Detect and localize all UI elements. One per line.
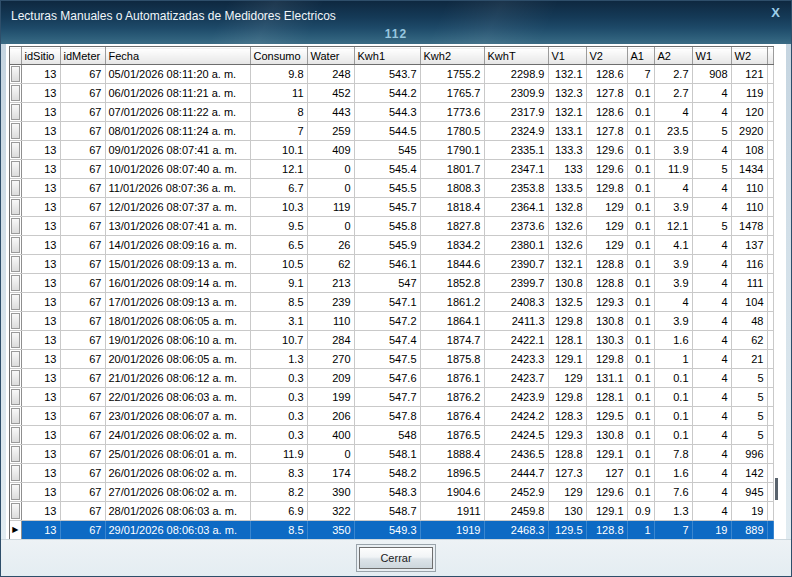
grid-cell[interactable]: 11/01/2026 08:07:36 a. m. xyxy=(105,179,250,198)
grid-cell[interactable]: 2373.6 xyxy=(484,217,548,236)
grid-cell[interactable]: 548.3 xyxy=(354,483,420,502)
grid-cell[interactable]: 2.7 xyxy=(654,65,692,84)
grid-cell[interactable]: 1808.3 xyxy=(420,179,484,198)
grid-cell[interactable]: 4 xyxy=(692,255,731,274)
table-row[interactable]: 136713/01/2026 08:07:41 a. m.9.50545.818… xyxy=(10,217,773,236)
grid-cell[interactable]: 4.1 xyxy=(654,236,692,255)
grid-cell[interactable]: 0 xyxy=(307,160,354,179)
grid-cell[interactable]: 24/01/2026 08:06:02 a. m. xyxy=(105,426,250,445)
grid-cell[interactable]: 132.6 xyxy=(548,236,586,255)
grid-cell[interactable]: 67 xyxy=(60,483,105,502)
grid-cell[interactable]: 4 xyxy=(692,331,731,350)
grid-cell[interactable]: 111 xyxy=(731,274,767,293)
table-row[interactable]: 136707/01/2026 08:11:22 a. m.8443544.317… xyxy=(10,103,773,122)
grid-cell[interactable]: 996 xyxy=(731,445,767,464)
grid-cell[interactable]: 1875.8 xyxy=(420,350,484,369)
table-row[interactable]: 136722/01/2026 08:06:03 a. m.0.3199547.7… xyxy=(10,388,773,407)
table-row[interactable]: 136719/01/2026 08:06:10 a. m.10.7284547.… xyxy=(10,331,773,350)
grid-cell[interactable]: 119 xyxy=(307,198,354,217)
grid-cell[interactable]: 5 xyxy=(731,407,767,426)
grid-cell[interactable]: 116 xyxy=(731,255,767,274)
column-header-w2[interactable]: W2 xyxy=(731,48,767,65)
grid-cell[interactable]: 0.1 xyxy=(627,122,654,141)
grid-cell[interactable]: 129.5 xyxy=(548,521,586,540)
grid-cell[interactable]: 67 xyxy=(60,198,105,217)
grid-cell[interactable]: 09/01/2026 08:07:41 a. m. xyxy=(105,141,250,160)
grid-cell[interactable]: 4 xyxy=(692,407,731,426)
grid-cell[interactable]: 67 xyxy=(60,274,105,293)
row-indicator[interactable] xyxy=(10,369,21,388)
grid-cell[interactable]: 545.9 xyxy=(354,236,420,255)
grid-cell[interactable]: 7.6 xyxy=(654,483,692,502)
grid-cell[interactable]: 128.8 xyxy=(586,255,627,274)
grid-cell[interactable]: 62 xyxy=(731,331,767,350)
grid-cell[interactable]: 5 xyxy=(731,369,767,388)
row-indicator[interactable] xyxy=(10,160,21,179)
grid-cell[interactable]: 400 xyxy=(307,426,354,445)
table-row[interactable]: 136716/01/2026 08:09:14 a. m.9.121354718… xyxy=(10,274,773,293)
grid-cell[interactable]: 2399.7 xyxy=(484,274,548,293)
grid-cell[interactable]: 0.3 xyxy=(250,407,307,426)
grid-cell[interactable]: 120 xyxy=(731,103,767,122)
row-indicator[interactable] xyxy=(10,445,21,464)
table-row[interactable]: 136721/01/2026 08:06:12 a. m.0.3209547.6… xyxy=(10,369,773,388)
grid-cell[interactable]: 67 xyxy=(60,217,105,236)
grid-cell[interactable]: 0.1 xyxy=(627,141,654,160)
grid-cell[interactable]: 104 xyxy=(731,293,767,312)
grid-cell[interactable]: 129.3 xyxy=(586,293,627,312)
grid-cell[interactable]: 0.1 xyxy=(627,103,654,122)
grid-cell[interactable]: 0 xyxy=(307,445,354,464)
row-indicator[interactable] xyxy=(10,483,21,502)
grid-cell[interactable]: 545 xyxy=(354,141,420,160)
grid-cell[interactable]: 2298.9 xyxy=(484,65,548,84)
grid-cell[interactable]: 14/01/2026 08:09:16 a. m. xyxy=(105,236,250,255)
grid-cell[interactable]: 4 xyxy=(692,236,731,255)
grid-cell[interactable]: 7 xyxy=(627,65,654,84)
table-row[interactable]: 136708/01/2026 08:11:24 a. m.7259544.517… xyxy=(10,122,773,141)
grid-cell[interactable]: 129.1 xyxy=(586,445,627,464)
grid-cell[interactable]: 443 xyxy=(307,103,354,122)
grid-cell[interactable]: 127.8 xyxy=(586,122,627,141)
grid-cell[interactable]: 07/01/2026 08:11:22 a. m. xyxy=(105,103,250,122)
grid-cell[interactable]: 67 xyxy=(60,369,105,388)
row-indicator[interactable] xyxy=(10,179,21,198)
grid-cell[interactable]: 4 xyxy=(692,141,731,160)
grid-cell[interactable]: 284 xyxy=(307,331,354,350)
grid-cell[interactable]: 127.8 xyxy=(586,84,627,103)
grid-cell[interactable]: 0.1 xyxy=(654,388,692,407)
grid-cell[interactable]: 2920 xyxy=(731,122,767,141)
grid-cell[interactable]: 13 xyxy=(21,122,60,141)
table-row[interactable]: 136720/01/2026 08:06:05 a. m.1.3270547.5… xyxy=(10,350,773,369)
row-indicator[interactable] xyxy=(10,103,21,122)
grid-cell[interactable]: 132.3 xyxy=(548,84,586,103)
grid-cell[interactable]: 129 xyxy=(586,198,627,217)
row-indicator[interactable] xyxy=(10,331,21,350)
grid-cell[interactable]: 0.3 xyxy=(250,426,307,445)
grid-cell[interactable]: 62 xyxy=(307,255,354,274)
grid-cell[interactable]: 127.3 xyxy=(548,464,586,483)
grid-cell[interactable]: 128.8 xyxy=(586,274,627,293)
grid-cell[interactable]: 8.2 xyxy=(250,483,307,502)
grid-cell[interactable]: 132.1 xyxy=(548,65,586,84)
row-indicator[interactable] xyxy=(10,217,21,236)
grid-cell[interactable]: 132.5 xyxy=(548,293,586,312)
grid-cell[interactable]: 13 xyxy=(21,312,60,331)
grid-cell[interactable]: 26/01/2026 08:06:02 a. m. xyxy=(105,464,250,483)
grid-cell[interactable]: 10/01/2026 08:07:40 a. m. xyxy=(105,160,250,179)
grid-cell[interactable]: 543.7 xyxy=(354,65,420,84)
grid-cell[interactable]: 67 xyxy=(60,103,105,122)
table-row[interactable]: 136724/01/2026 08:06:02 a. m.0.340054818… xyxy=(10,426,773,445)
column-header-a2[interactable]: A2 xyxy=(654,48,692,65)
grid-cell[interactable]: 13 xyxy=(21,445,60,464)
grid-cell[interactable]: 2423.9 xyxy=(484,388,548,407)
grid-cell[interactable]: 5 xyxy=(692,160,731,179)
grid-cell[interactable]: 5 xyxy=(731,426,767,445)
grid-cell[interactable]: 0.1 xyxy=(627,160,654,179)
grid-cell[interactable]: 48 xyxy=(731,312,767,331)
grid-cell[interactable]: 0.1 xyxy=(627,217,654,236)
grid-cell[interactable]: 13 xyxy=(21,84,60,103)
grid-cell[interactable]: 13 xyxy=(21,179,60,198)
grid-cell[interactable]: 174 xyxy=(307,464,354,483)
grid-cell[interactable]: 549.3 xyxy=(354,521,420,540)
grid-cell[interactable]: 0.1 xyxy=(627,464,654,483)
